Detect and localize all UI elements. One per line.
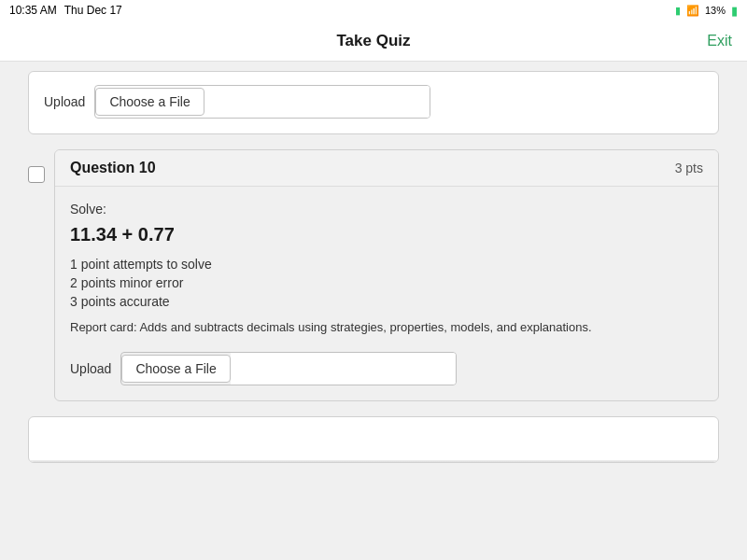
- question10-card: Question 10 3 pts Solve: 11.34 + 0.77 1 …: [54, 149, 719, 401]
- battery-icon: ▮: [731, 4, 738, 18]
- solve-label: Solve:: [70, 202, 703, 217]
- prev-file-input-container: Choose a File: [94, 85, 430, 119]
- time: 10:35 AM: [9, 4, 57, 17]
- report-card-text: Report card: Adds and subtracts decimals…: [70, 318, 703, 337]
- question10-title: Question 10: [70, 160, 156, 176]
- rubric-item-3: 3 points accurate: [70, 294, 703, 309]
- question10-upload-label: Upload: [70, 361, 111, 376]
- prev-file-drop-area: [204, 86, 430, 118]
- math-expression: 11.34 + 0.77: [70, 224, 703, 245]
- question10-wrapper: Question 10 3 pts Solve: 11.34 + 0.77 1 …: [28, 149, 719, 401]
- bottom-partial-card: [28, 416, 719, 463]
- prev-choose-file-button[interactable]: Choose a File: [95, 88, 204, 116]
- page-title: Take Quiz: [336, 32, 410, 50]
- question10-pts: 3 pts: [675, 161, 703, 175]
- exit-button[interactable]: Exit: [707, 33, 732, 49]
- prev-question-card: Upload Choose a File: [28, 71, 719, 134]
- question10-choose-file-button[interactable]: Choose a File: [121, 355, 230, 383]
- main-content: Upload Choose a File Question 10 3 pts S…: [0, 62, 747, 560]
- header: Take Quiz Exit: [0, 21, 747, 62]
- rubric-item-1: 1 point attempts to solve: [70, 257, 703, 272]
- wifi-icon: 📶: [686, 5, 699, 17]
- question10-file-drop-area: [231, 353, 457, 385]
- question10-checkbox-area: [28, 149, 54, 183]
- rubric-item-2: 2 points minor error: [70, 275, 703, 290]
- question10-file-input-container: Choose a File: [120, 352, 457, 385]
- status-right: ▮ 📶 13% ▮: [675, 4, 738, 18]
- battery-percent: 13%: [705, 5, 726, 16]
- day: Thu Dec 17: [64, 4, 122, 17]
- question10-header: Question 10 3 pts: [55, 150, 718, 187]
- question10-body: Solve: 11.34 + 0.77 1 point attempts to …: [55, 187, 718, 400]
- question10-upload-row: Upload Choose a File: [70, 352, 703, 385]
- status-left: 10:35 AM Thu Dec 17: [9, 4, 122, 17]
- prev-upload-row: Upload Choose a File: [44, 85, 703, 119]
- prev-upload-label: Upload: [44, 94, 85, 109]
- status-bar: 10:35 AM Thu Dec 17 ▮ 📶 13% ▮: [0, 0, 747, 21]
- question10-checkbox[interactable]: [28, 166, 45, 183]
- card-fade: [29, 460, 718, 462]
- camera-icon: ▮: [675, 5, 681, 17]
